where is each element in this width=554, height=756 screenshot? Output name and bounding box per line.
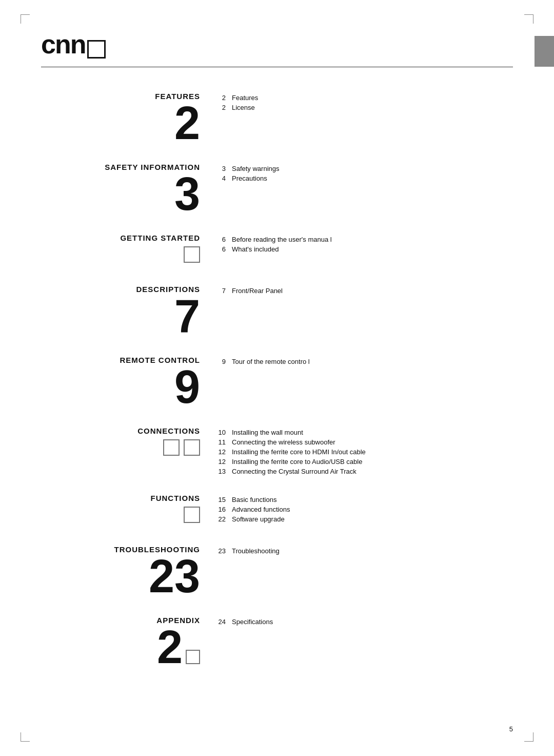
entry-num-descriptions-0: 7: [215, 287, 226, 295]
entry-num-connections-3: 12: [215, 458, 226, 466]
entry-row-connections-0: 10Installing the wall mount: [215, 429, 513, 436]
entry-row-getting-started-0: 6Before reading the user's manua l: [215, 236, 513, 243]
right-col-features: 2Features2License: [215, 92, 513, 111]
toc-row-appendix: APPENDIX224Specifications: [41, 607, 513, 677]
entry-row-appendix-0: 24Specifications: [215, 618, 513, 626]
left-col-troubleshooting: TROUBLESHOOTING23: [41, 545, 215, 597]
big-number-troubleshooting: 23: [149, 556, 200, 597]
entry-text-functions-0: Basic functions: [232, 496, 276, 503]
entry-text-functions-1: Advanced functions: [232, 506, 290, 513]
entry-row-functions-1: 16Advanced functions: [215, 506, 513, 513]
page-container: cnn FEATURES22Features2LicenseSAFETY INF…: [0, 0, 554, 756]
right-col-functions: 15Basic functions16Advanced functions22S…: [215, 494, 513, 523]
entry-text-safety-0: Safety warnings: [232, 165, 280, 172]
toc-row-getting-started: GETTING STARTED6Before reading the user'…: [41, 224, 513, 276]
toc-row-features: FEATURES22Features2License: [41, 83, 513, 153]
left-col-features: FEATURES2: [41, 92, 215, 144]
right-col-troubleshooting: 23Troubleshooting: [215, 545, 513, 555]
icon-box-getting-started: [184, 246, 200, 263]
entry-num-appendix-0: 24: [215, 618, 226, 626]
icon-box-functions: [184, 507, 200, 523]
corner-mark-tl: [21, 14, 30, 24]
entry-num-connections-2: 12: [215, 448, 226, 456]
toc-row-functions: FUNCTIONS15Basic functions16Advanced fun…: [41, 484, 513, 536]
big-number-safety: 3: [174, 173, 200, 215]
entry-text-connections-1: Connecting the wireless subwoofer: [232, 438, 335, 446]
icon-box-connections-0: [163, 439, 180, 456]
entry-text-connections-2: Installing the ferrite core to HDMI In/o…: [232, 448, 366, 456]
big-number-features: 2: [174, 103, 200, 144]
entry-row-features-1: 2License: [215, 104, 513, 111]
entry-num-functions-2: 22: [215, 515, 226, 523]
entry-text-getting-started-1: What's included: [232, 245, 279, 253]
entry-row-getting-started-1: 6What's included: [215, 245, 513, 253]
right-col-safety: 3Safety warnings4Precautions: [215, 163, 513, 182]
entry-text-connections-4: Connecting the Crystal Surround Air Trac…: [232, 468, 357, 475]
entry-row-functions-2: 22Software upgrade: [215, 515, 513, 523]
entry-text-features-1: License: [232, 104, 255, 111]
section-title-connections: CONNECTIONS: [137, 427, 200, 435]
toc-row-safety: SAFETY INFORMATION33Safety warnings4Prec…: [41, 153, 513, 224]
entry-row-functions-0: 15Basic functions: [215, 496, 513, 503]
corner-mark-bl: [21, 732, 30, 742]
entry-num-connections-1: 11: [215, 438, 226, 446]
entry-row-safety-1: 4Precautions: [215, 175, 513, 182]
entry-num-functions-1: 16: [215, 506, 226, 513]
entry-text-appendix-0: Specifications: [232, 618, 273, 626]
entry-num-connections-0: 10: [215, 429, 226, 436]
entry-num-features-1: 2: [215, 104, 226, 111]
entry-row-connections-4: 13Connecting the Crystal Surround Air Tr…: [215, 468, 513, 475]
entry-num-connections-4: 13: [215, 468, 226, 475]
left-col-safety: SAFETY INFORMATION3: [41, 163, 215, 215]
entry-num-safety-1: 4: [215, 175, 226, 182]
entry-num-safety-0: 3: [215, 165, 226, 172]
icon-box-connections-1: [184, 439, 200, 456]
left-col-appendix: APPENDIX2: [41, 616, 215, 668]
left-col-descriptions: DESCRIPTIONS7: [41, 285, 215, 337]
left-col-getting-started: GETTING STARTED: [41, 234, 215, 263]
entry-row-features-0: 2Features: [215, 94, 513, 102]
toc-row-descriptions: DESCRIPTIONS77Front/Rear Panel: [41, 276, 513, 346]
right-tab: [535, 36, 554, 67]
entry-text-descriptions-0: Front/Rear Panel: [232, 287, 283, 295]
big-number-appendix: 2: [157, 627, 200, 668]
section-title-getting-started: GETTING STARTED: [120, 234, 200, 242]
entry-row-troubleshooting-0: 23Troubleshooting: [215, 547, 513, 555]
right-col-connections: 10Installing the wall mount11Connecting …: [215, 427, 513, 475]
entry-text-features-0: Features: [232, 94, 258, 102]
left-col-connections: CONNECTIONS: [41, 427, 215, 456]
entry-row-safety-0: 3Safety warnings: [215, 165, 513, 172]
logo-text: cnn: [41, 29, 85, 59]
toc-row-connections: CONNECTIONS10Installing the wall mount11…: [41, 417, 513, 484]
header: cnn: [41, 31, 513, 67]
entry-num-features-0: 2: [215, 94, 226, 102]
entry-text-troubleshooting-0: Troubleshooting: [232, 547, 280, 555]
big-number-remote-control: 9: [174, 366, 200, 408]
entry-text-remote-control-0: Tour of the remote contro l: [232, 358, 310, 365]
toc-container: FEATURES22Features2LicenseSAFETY INFORMA…: [41, 83, 513, 677]
right-col-appendix: 24Specifications: [215, 616, 513, 626]
left-col-remote-control: REMOTE CONTROL9: [41, 356, 215, 408]
entry-text-safety-1: Precautions: [232, 175, 267, 182]
entry-num-functions-0: 15: [215, 496, 226, 503]
appendix-numeral: 2: [157, 627, 183, 668]
logo-box: [87, 40, 106, 59]
entry-num-getting-started-0: 6: [215, 236, 226, 243]
entry-text-getting-started-0: Before reading the user's manua l: [232, 236, 332, 243]
entry-row-connections-1: 11Connecting the wireless subwoofer: [215, 438, 513, 446]
icon-boxes-connections: [163, 439, 200, 456]
right-col-getting-started: 6Before reading the user's manua l6What'…: [215, 234, 513, 253]
big-number-descriptions: 7: [174, 296, 200, 337]
entry-text-connections-0: Installing the wall mount: [232, 429, 303, 436]
entry-row-remote-control-0: 9Tour of the remote contro l: [215, 358, 513, 365]
toc-row-remote-control: REMOTE CONTROL99Tour of the remote contr…: [41, 346, 513, 417]
entry-num-getting-started-1: 6: [215, 245, 226, 253]
corner-mark-tr: [524, 14, 533, 24]
section-title-functions: FUNCTIONS: [151, 494, 201, 502]
logo: cnn: [41, 31, 106, 61]
right-col-descriptions: 7Front/Rear Panel: [215, 285, 513, 295]
entry-text-functions-2: Software upgrade: [232, 515, 285, 523]
entry-num-remote-control-0: 9: [215, 358, 226, 365]
appendix-box: [186, 650, 200, 664]
right-col-remote-control: 9Tour of the remote contro l: [215, 356, 513, 365]
